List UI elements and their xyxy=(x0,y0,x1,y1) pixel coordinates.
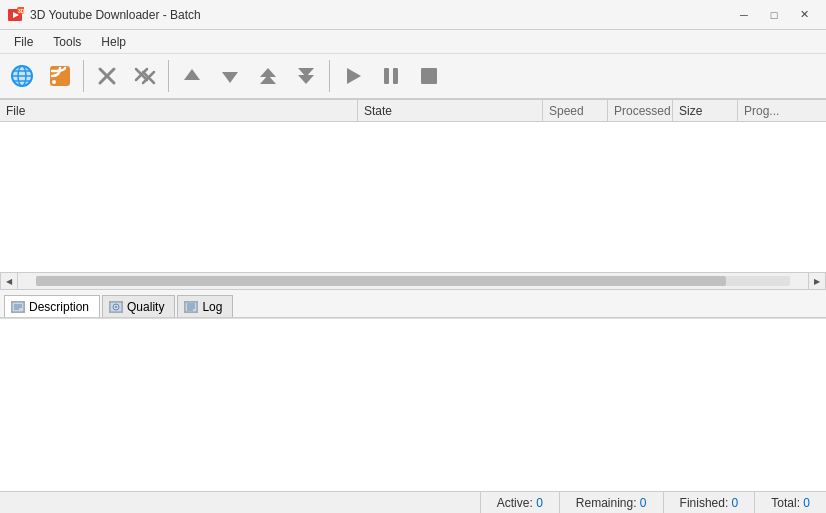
move-up-button[interactable] xyxy=(174,58,210,94)
tab-description[interactable]: Description xyxy=(4,295,100,317)
col-header-size: Size xyxy=(673,100,738,121)
active-label: Active: xyxy=(497,496,533,510)
app-icon: 3D xyxy=(8,7,24,23)
toolbar xyxy=(0,54,826,100)
tab-description-label: Description xyxy=(29,300,89,314)
svg-rect-26 xyxy=(393,68,398,84)
finished-label: Finished: xyxy=(680,496,729,510)
remove-all-button[interactable] xyxy=(127,58,163,94)
minimize-button[interactable]: ─ xyxy=(730,5,758,25)
title-bar: 3D 3D Youtube Downloader - Batch ─ □ ✕ xyxy=(0,0,826,30)
tab-log[interactable]: Log xyxy=(177,295,233,317)
svg-marker-24 xyxy=(347,68,361,84)
move-down-button[interactable] xyxy=(212,58,248,94)
col-header-file: File xyxy=(0,100,358,121)
scroll-track[interactable] xyxy=(36,276,790,286)
svg-point-11 xyxy=(52,80,56,84)
col-header-state: State xyxy=(358,100,543,121)
table-body xyxy=(0,122,826,272)
table-header: File State Speed Processed Size Prog... xyxy=(0,100,826,122)
add-url-button[interactable] xyxy=(4,58,40,94)
menu-help[interactable]: Help xyxy=(91,33,136,51)
svg-marker-18 xyxy=(184,69,200,80)
stop-button[interactable] xyxy=(411,58,447,94)
move-top-button[interactable] xyxy=(250,58,286,94)
toolbar-separator-1 xyxy=(83,60,84,92)
menu-file[interactable]: File xyxy=(4,33,43,51)
active-value: 0 xyxy=(536,496,543,510)
remaining-label: Remaining: xyxy=(576,496,637,510)
total-label: Total: xyxy=(771,496,800,510)
horizontal-scrollbar[interactable]: ◀ ▶ xyxy=(0,272,826,290)
svg-rect-25 xyxy=(384,68,389,84)
quality-tab-icon xyxy=(109,301,123,313)
toolbar-separator-3 xyxy=(329,60,330,92)
title-controls: ─ □ ✕ xyxy=(730,5,818,25)
start-button[interactable] xyxy=(335,58,371,94)
status-remaining: Remaining: 0 xyxy=(560,492,664,513)
menu-bar: File Tools Help xyxy=(0,30,826,54)
remaining-value: 0 xyxy=(640,496,647,510)
toolbar-separator-2 xyxy=(168,60,169,92)
status-finished: Finished: 0 xyxy=(664,492,756,513)
bottom-tabs: Description Quality Log xyxy=(0,290,826,318)
log-tab-icon xyxy=(184,301,198,313)
svg-rect-27 xyxy=(421,68,437,84)
status-bar: Active: 0 Remaining: 0 Finished: 0 Total… xyxy=(0,491,826,513)
close-button[interactable]: ✕ xyxy=(790,5,818,25)
title-text: 3D Youtube Downloader - Batch xyxy=(30,8,201,22)
pause-button[interactable] xyxy=(373,58,409,94)
tab-quality[interactable]: Quality xyxy=(102,295,175,317)
col-header-progress: Prog... xyxy=(738,100,826,121)
svg-point-34 xyxy=(115,306,117,308)
col-header-processed: Processed xyxy=(608,100,673,121)
maximize-button[interactable]: □ xyxy=(760,5,788,25)
status-empty xyxy=(0,492,481,513)
svg-marker-19 xyxy=(222,72,238,83)
total-value: 0 xyxy=(803,496,810,510)
add-rss-button[interactable] xyxy=(42,58,78,94)
description-tab-icon xyxy=(11,301,25,313)
svg-text:3D: 3D xyxy=(18,7,24,13)
scroll-thumb[interactable] xyxy=(36,276,726,286)
main-content: File State Speed Processed Size Prog... xyxy=(0,100,826,272)
tab-log-label: Log xyxy=(202,300,222,314)
status-active: Active: 0 xyxy=(481,492,560,513)
remove-button[interactable] xyxy=(89,58,125,94)
status-total: Total: 0 xyxy=(755,492,826,513)
menu-tools[interactable]: Tools xyxy=(43,33,91,51)
scroll-right-button[interactable]: ▶ xyxy=(808,272,826,290)
move-bottom-button[interactable] xyxy=(288,58,324,94)
tab-quality-label: Quality xyxy=(127,300,164,314)
bottom-panel xyxy=(0,318,826,491)
scroll-left-button[interactable]: ◀ xyxy=(0,272,18,290)
finished-value: 0 xyxy=(732,496,739,510)
title-left: 3D 3D Youtube Downloader - Batch xyxy=(8,7,201,23)
col-header-speed: Speed xyxy=(543,100,608,121)
